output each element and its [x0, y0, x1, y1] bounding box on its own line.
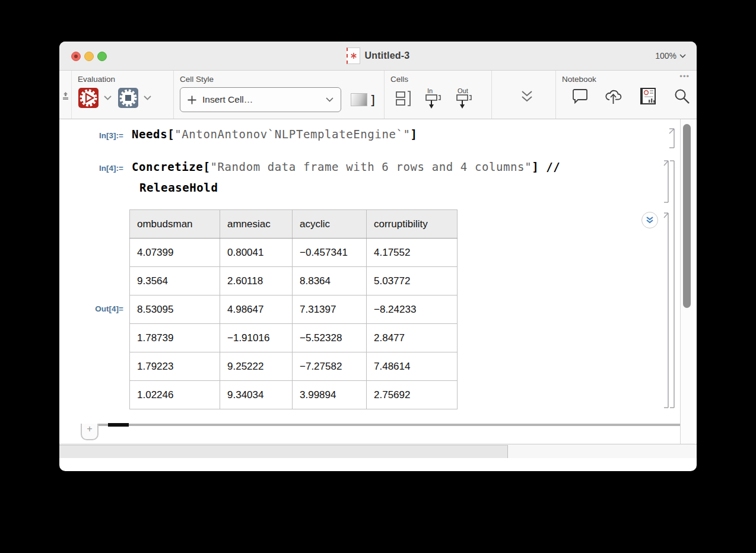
vertical-scrollbar-thumb[interactable]	[683, 124, 691, 308]
evaluate-menu-button[interactable]	[104, 96, 112, 100]
move-output-button[interactable]: Out	[456, 87, 475, 110]
cloud-publish-button[interactable]	[605, 87, 624, 105]
table-cell: 4.07399	[130, 239, 220, 267]
column-header: ombudsman	[130, 210, 220, 239]
column-header: acyclic	[293, 210, 367, 239]
chevron-down-icon	[144, 96, 151, 100]
group-cells-button[interactable]	[395, 90, 412, 107]
in3-code[interactable]: Needs["AntonAntonov`NLPTemplateEngine`"]	[132, 128, 418, 141]
notebook-label: Notebook	[562, 75, 697, 84]
table-row: 4.073990.80041−0.4573414.17552	[130, 239, 458, 267]
abort-menu-button[interactable]	[144, 96, 151, 100]
cell-bracket-group[interactable]	[670, 161, 674, 408]
table-cell: −1.91016	[220, 324, 293, 352]
cell-style-label: Cell Style	[180, 75, 384, 84]
table-cell: 1.02246	[130, 381, 220, 409]
toolbar-edge	[59, 71, 72, 119]
in-icon-label: In	[427, 87, 433, 94]
search-button[interactable]	[674, 88, 690, 104]
toolbar-more-button[interactable]: •••	[679, 72, 690, 81]
table-cell: −8.24233	[367, 295, 458, 324]
table-cell: −7.27582	[293, 352, 367, 381]
table-row: 8.530954.986477.31397−8.24233	[130, 295, 458, 324]
toolbar-section-extra	[492, 71, 556, 119]
in4-code-line2[interactable]: ReleaseHold	[139, 181, 218, 194]
table-cell: 7.48614	[367, 352, 458, 381]
table-cell: 2.8477	[367, 324, 458, 352]
code-string: "AntonAntonov`NLPTemplateEngine`"	[174, 128, 410, 141]
documentation-button[interactable]	[639, 87, 658, 105]
group-cells-icon	[395, 90, 412, 107]
toolbar-section-notebook: Notebook	[556, 71, 697, 119]
toolbar-section-cells: Cells In	[385, 71, 492, 119]
abort-icon	[117, 87, 139, 109]
horizontal-scrollbar[interactable]	[59, 444, 697, 458]
code-close-bracket: ] //	[532, 160, 560, 173]
in3-label: In[3]:=	[59, 131, 123, 140]
insert-cell-button[interactable]: +	[81, 424, 99, 440]
table-cell: 8.53095	[130, 295, 220, 324]
cell-insertion-line	[96, 424, 680, 426]
cells-label: Cells	[390, 75, 491, 84]
collapse-output-button[interactable]	[641, 212, 658, 228]
double-chevron-down-icon	[520, 90, 534, 103]
chat-button[interactable]	[571, 87, 589, 105]
table-cell: 2.60118	[220, 267, 293, 295]
table-cell: 2.75692	[367, 381, 458, 409]
table-cell: 4.98647	[220, 295, 293, 324]
title-bar: Untitled-3 100%	[59, 42, 697, 71]
magnification-value: 100%	[655, 51, 676, 61]
toolbar: Evaluation	[59, 71, 697, 119]
move-input-button[interactable]: In	[425, 87, 443, 110]
table-row: 1.792239.25222−7.275827.48614	[130, 352, 458, 381]
chevron-down-icon	[326, 97, 333, 102]
horizontal-scrollbar-thumb[interactable]	[59, 445, 508, 458]
evaluate-button[interactable]	[78, 87, 99, 109]
search-icon	[674, 88, 690, 104]
toolbar-expand-button[interactable]	[520, 90, 534, 103]
table-cell: 9.25222	[220, 352, 293, 381]
table-cell: 1.78739	[130, 324, 220, 352]
code-open-bracket: [	[203, 160, 210, 173]
plus-icon: +	[87, 424, 92, 434]
cell-bracket-glyph: ]	[369, 93, 377, 107]
magnification-control[interactable]: 100%	[655, 42, 686, 70]
output-table: ombudsmanamnesiacacycliccorruptibility 4…	[129, 209, 458, 409]
in4-label: In[4]:=	[59, 164, 123, 173]
cell-style-swatch[interactable]	[351, 93, 367, 106]
cell-bracket-in3[interactable]	[669, 129, 674, 148]
table-cell: 8.8364	[293, 267, 367, 295]
cell-insertion-cursor	[108, 423, 129, 427]
in4-code-line1[interactable]: Concretize["Random data frame with 6 row…	[132, 160, 560, 173]
cloud-upload-icon	[605, 87, 624, 105]
table-cell: −0.457341	[293, 239, 367, 267]
toolbar-section-evaluation: Evaluation	[72, 71, 174, 119]
header-row: ombudsmanamnesiacacycliccorruptibility	[130, 210, 458, 239]
move-output-icon: Out	[456, 87, 475, 110]
cell-bracket-out4[interactable]	[664, 213, 668, 408]
comment-bubble-icon	[571, 87, 589, 105]
table-row: 1.78739−1.91016−5.523282.8477	[130, 324, 458, 352]
abort-button[interactable]	[117, 87, 139, 109]
window-title: Untitled-3	[365, 50, 410, 61]
plus-icon	[188, 96, 196, 104]
column-header: corruptibility	[367, 210, 458, 239]
table-row: 1.022469.340343.998942.75692	[130, 381, 458, 409]
vertical-scrollbar[interactable]	[680, 119, 694, 458]
toolbar-section-cell-style: Cell Style Insert Cell… ]	[174, 71, 385, 119]
chevron-down-icon	[104, 96, 112, 100]
table-cell: 0.80041	[220, 239, 293, 267]
cell-bracket-column[interactable]	[659, 124, 676, 409]
documentation-icon	[639, 87, 658, 105]
spikey-icon	[350, 52, 357, 59]
table-cell: 3.99894	[293, 381, 367, 409]
insert-cell-dropdown[interactable]: Insert Cell…	[180, 87, 341, 112]
cell-bracket-in4[interactable]	[664, 161, 668, 202]
move-input-icon: In	[425, 87, 443, 110]
table-row: 9.35642.601188.83645.03772	[130, 267, 458, 295]
table-cell: 9.3564	[130, 267, 220, 295]
toolbar-pin-icon[interactable]	[62, 92, 69, 100]
out-icon-label: Out	[458, 87, 468, 94]
table-cell: 7.31397	[293, 295, 367, 324]
chevron-down-icon	[679, 54, 686, 58]
